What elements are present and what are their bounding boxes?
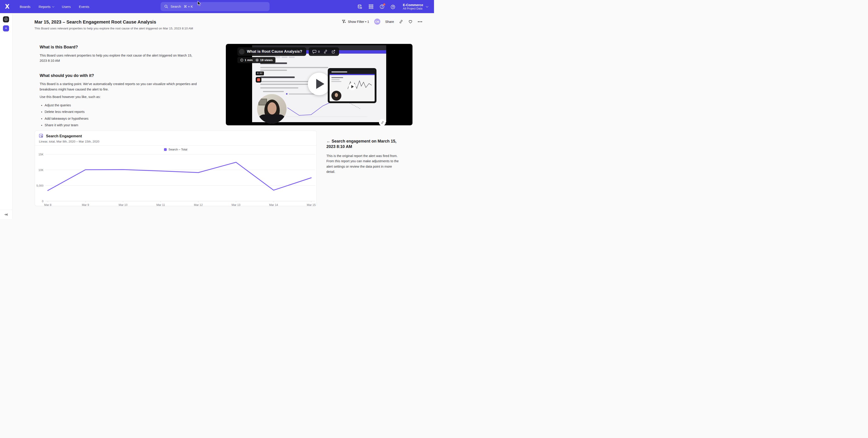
x-axis-tick: Mar 15 [307,203,316,207]
x-axis-tick: Mar 14 [269,203,278,207]
project-name: E-Commerce [403,3,423,7]
y-axis-tick: 0 [42,200,43,203]
copy-video-link-icon[interactable] [323,49,328,54]
report-card-header: Search Engagement Linear, total, Mar 8th… [35,131,316,145]
intro-bullets: Adjust the queriesDelete less relevant r… [44,103,210,128]
discover-compass-button[interactable] [3,16,9,23]
play-icon [316,79,324,89]
series-line-search-total[interactable] [48,162,311,191]
clock-icon [240,58,244,62]
presenter-webcam [257,94,286,124]
more-options-button[interactable]: ••• [418,20,423,24]
x-axis-tick: Mar 11 [156,203,165,207]
apps-grid-icon[interactable] [368,4,374,9]
nav-item-label: Reports [39,5,51,9]
link-icon [399,20,403,24]
video-actions: 0 [309,47,339,56]
expand-sidebar-button[interactable] [0,210,12,219]
y-axis-tick: 10K [38,169,44,172]
filter-funnel-icon [342,20,346,24]
intro-section: What is this Board? This Board uses rele… [40,45,210,129]
nav-item-label: Events [79,5,89,9]
x-axis-tick: Mar 8 [44,203,52,207]
help-icon[interactable] [379,4,385,9]
video-duration: 1 min [240,58,253,62]
note-heading: ← Search engagement on March 15, 2023 8:… [327,138,402,149]
intro-heading-2: What should you do with it? [40,73,210,78]
video-meta: 1 min 19 views [238,57,275,63]
heart-icon [408,20,413,24]
add-button[interactable]: + [3,25,9,31]
nav-item-events[interactable]: Events [79,5,89,9]
x-axis-tick: Mar 9 [82,203,89,207]
nav-item-boards[interactable]: Boards [20,5,31,9]
nav-links: BoardsReportsUsersEvents [20,5,89,9]
list-item: Add takeaways or hypotheses [44,116,210,121]
top-navbar: X BoardsReportsUsersEvents Search ⌘ + K [0,0,434,13]
list-item: Delete less relevant reports [44,109,210,114]
comment-count: 0 [318,50,320,54]
y-axis-tick: 5,000 [36,184,43,187]
avatar[interactable]: CM [374,19,380,25]
settings-gear-icon[interactable] [391,4,396,9]
video-author-avatar [239,49,245,55]
chevron-down-icon [426,5,428,7]
open-external-icon[interactable] [331,49,336,54]
navbar-right: E-Commerce All Project Data [357,0,428,13]
data-management-icon[interactable] [357,4,363,9]
expand-sidebar-icon [4,213,8,216]
nested-webcam [331,91,341,101]
recording-timer: 0:02 [256,71,264,75]
video-views: 19 views [255,58,273,62]
insights-report-icon [39,134,44,138]
notification-dot [383,3,385,5]
record-icon [257,78,260,81]
report-card-search-engagement: Search Engagement Linear, total, Mar 8th… [35,131,317,206]
search-shortcut: ⌘ + K [184,5,193,8]
intro-heading-1: What is this Board? [40,45,210,49]
search-placeholder: Search [170,5,181,8]
report-note: ← Search engagement on March 15, 2023 8:… [327,138,402,175]
video-link-chip[interactable] [379,119,386,125]
board-toolbar: Show Filter • 1 CM Share ••• [342,19,423,25]
show-filter-button[interactable]: Show Filter • 1 [342,20,369,24]
compass-icon [4,18,8,21]
search-input[interactable]: Search ⌘ + K [161,2,270,11]
list-item: Share it with your team [44,123,210,128]
nested-video-frame [328,68,376,103]
legend-swatch [164,148,167,151]
intro-paragraph-1: This Board uses relevant properties to h… [40,53,198,63]
plus-icon: + [5,26,7,31]
left-rail: + [0,13,13,219]
intro-paragraph-2: This Board is a starting point. We’ve au… [40,81,210,92]
project-switcher[interactable]: E-Commerce All Project Data [403,3,428,10]
report-title[interactable]: Search Engagement [46,134,82,138]
favorite-button[interactable] [408,20,413,24]
show-filter-label: Show Filter • 1 [348,20,369,24]
project-scope: All Project Data [403,7,423,10]
nested-play-icon [349,83,356,90]
x-axis-tick: Mar 10 [119,203,127,207]
video-title-bar: What is Root Cause Analysis? [238,47,306,56]
note-body: This is the original report the alert wa… [327,154,399,175]
report-subtitle: Linear, total, Mar 8th, 2020 – Mar 15th,… [39,140,312,143]
x-axis-tick: Mar 12 [194,203,203,207]
nav-item-reports[interactable]: Reports [39,5,54,9]
legend-label: Search – Total [168,148,187,151]
chart-legend[interactable]: Search – Total [35,145,316,151]
play-button[interactable] [308,73,331,95]
nav-item-users[interactable]: Users [62,5,71,9]
share-button[interactable]: Share [385,20,394,24]
x-axis-tick: Mar 13 [231,203,240,207]
chart-plot[interactable]: 15K10K5,0000Mar 8Mar 9Mar 10Mar 11Mar 12… [35,152,316,207]
eye-icon [255,58,259,62]
stop-recording-button[interactable] [256,77,261,82]
video-title: What is Root Cause Analysis? [247,49,302,54]
copy-link-button[interactable] [399,20,403,24]
comment-icon[interactable] [312,49,317,54]
mixpanel-logo-icon[interactable]: X [5,3,9,10]
video-player[interactable]: What is Root Cause Analysis? 0 [226,44,412,125]
nav-item-label: Users [62,5,71,9]
link-icon [381,121,384,124]
share-label: Share [385,20,394,24]
